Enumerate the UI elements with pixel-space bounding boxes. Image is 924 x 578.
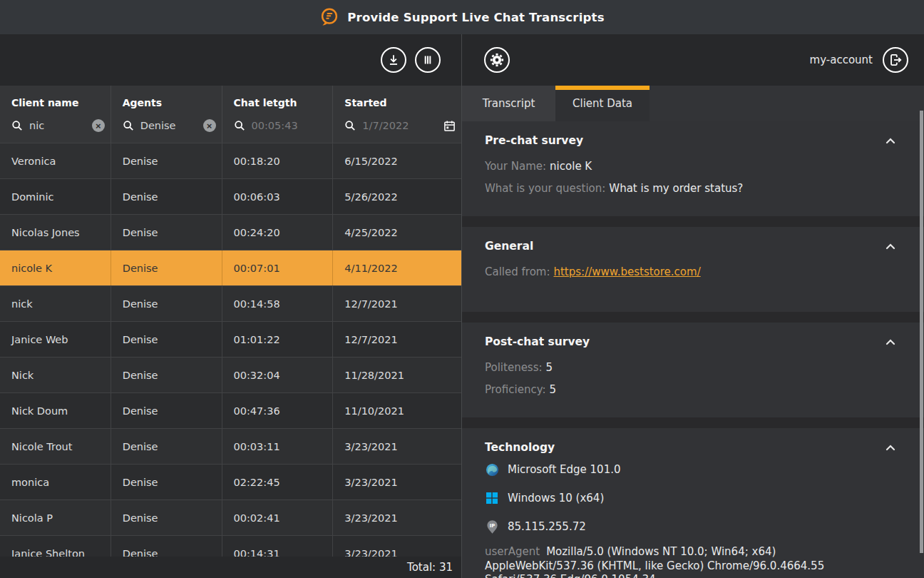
table-footer: Total: 31 (0, 557, 461, 578)
collapse-section-button[interactable] (884, 240, 897, 253)
section-title: Pre-chat survey (485, 134, 583, 147)
clear-filter-button[interactable]: × (92, 119, 105, 132)
settings-button[interactable] (484, 47, 510, 73)
cell-length: 00:07:01 (222, 250, 333, 285)
tech-value: Windows 10 (x64) (508, 492, 604, 505)
table-row[interactable]: monicaDenise02:22:453/23/2021 (0, 464, 461, 500)
table-header: Client name × Agents × (0, 86, 461, 143)
logout-button[interactable] (883, 47, 908, 73)
cell-started: 11/10/2021 (332, 393, 461, 428)
chat-length-filter (234, 117, 327, 134)
cell-agent: Denise (111, 429, 222, 464)
field-row: Proficiency:5 (485, 379, 897, 401)
called-from-link[interactable]: https://www.beststore.com/ (553, 265, 700, 278)
cell-agent: Denise (111, 143, 222, 178)
field-label: Proficiency: (485, 383, 545, 396)
right-toolbar: my-account (462, 34, 924, 86)
page-title: Provide Support Live Chat Transcripts (347, 11, 604, 24)
cell-client: Nicolas Jones (0, 215, 111, 250)
agents-filter-input[interactable] (140, 120, 197, 131)
section-header: Technology (485, 440, 897, 455)
started-filter-input[interactable] (362, 120, 437, 131)
field-row: Politeness:5 (485, 357, 897, 379)
chat-length-filter-input[interactable] (252, 120, 327, 131)
field-value: 5 (546, 361, 553, 374)
tech-item: IP85.115.255.72 (485, 512, 897, 541)
calendar-icon (443, 120, 456, 132)
column-header-agents[interactable]: Agents (123, 97, 222, 108)
section-general: GeneralCalled from:https://www.beststore… (462, 227, 924, 312)
cell-length: 00:18:20 (222, 143, 333, 178)
collapse-section-button[interactable] (884, 134, 897, 148)
field-label: What is your question: (485, 182, 605, 195)
app-titlebar: Provide Support Live Chat Transcripts (0, 0, 924, 34)
main-area: Client name × Agents × (0, 34, 924, 578)
cell-agent: Denise (111, 393, 222, 428)
column-header-client-name[interactable]: Client name (11, 97, 111, 108)
tech-value: Microsoft Edge 101.0 (508, 463, 621, 476)
cell-length: 00:47:36 (222, 393, 333, 428)
table-row[interactable]: nicole KDenise00:07:014/11/2022 (0, 250, 461, 285)
section-header: General (485, 238, 897, 254)
table-row[interactable]: Nicola PDenise00:02:413/23/2021 (0, 500, 461, 535)
cell-client: nicole K (0, 250, 111, 285)
chevron-up-icon (885, 136, 895, 146)
table-row[interactable]: Janice WebDenise01:01:2212/7/2021 (0, 321, 461, 357)
download-button[interactable] (381, 47, 406, 73)
section-title: General (485, 240, 533, 253)
table-row[interactable]: Nicolas JonesDenise00:24:204/25/2022 (0, 214, 461, 250)
collapse-section-button[interactable] (884, 441, 897, 455)
cell-length: 00:14:58 (222, 286, 333, 321)
cell-client: Nicole Trout (0, 429, 111, 464)
tech-value: 85.115.255.72 (508, 520, 586, 533)
useragent-label: userAgent (485, 545, 540, 558)
agents-filter: × (123, 117, 216, 134)
gear-icon (488, 51, 505, 69)
table-row[interactable]: Nicole TroutDenise00:03:113/23/2021 (0, 428, 461, 464)
field-row: Called from:https://www.beststore.com/ (485, 261, 897, 283)
column-header-started[interactable]: Started (344, 97, 461, 108)
table-row[interactable]: VeronicaDenise00:18:206/15/2022 (0, 143, 461, 178)
cell-agent: Denise (111, 286, 222, 321)
cell-started: 4/25/2022 (332, 215, 461, 250)
table-row[interactable]: Nick DoumDenise00:47:3611/10/2021 (0, 392, 461, 428)
provide-support-logo-icon (319, 7, 339, 27)
search-icon (234, 120, 245, 131)
cell-client: Nick (0, 358, 111, 392)
search-icon (123, 120, 134, 131)
cell-started: 6/15/2022 (332, 143, 461, 178)
cell-length: 00:03:11 (222, 429, 333, 464)
table-row[interactable]: nickDenise00:14:5812/7/2021 (0, 285, 461, 321)
chevron-up-icon (885, 442, 895, 453)
table-row[interactable]: NickDenise00:32:0411/28/2021 (0, 357, 461, 392)
client-name-filter: × (11, 117, 105, 134)
column-started: Started (332, 86, 461, 143)
cell-agent: Denise (111, 358, 222, 392)
section-post-chat-survey: Post-chat surveyPoliteness:5Proficiency:… (462, 323, 924, 417)
tech-item: Windows 10 (x64) (485, 484, 897, 512)
tab-transcript[interactable]: Transcript (462, 86, 555, 121)
edge-icon (485, 463, 499, 477)
section-title: Technology (485, 441, 555, 454)
column-chat-length: Chat letgth (222, 86, 333, 143)
cell-client: Janice Web (0, 322, 111, 357)
column-client-name: Client name × (0, 86, 111, 143)
table-row[interactable]: Janice SheltonDenise00:14:313/23/2021 (0, 535, 461, 557)
columns-button[interactable] (415, 47, 441, 73)
collapse-section-button[interactable] (884, 335, 897, 349)
field-label: Your Name: (485, 160, 546, 173)
table-row[interactable]: DominicDenise00:06:035/26/2022 (0, 178, 461, 214)
vertical-scrollbar[interactable] (920, 111, 923, 553)
field-row: Your Name:nicole K (485, 156, 897, 178)
field-value: 5 (549, 383, 556, 396)
column-header-chat-length[interactable]: Chat letgth (234, 97, 333, 108)
field-label: Called from: (485, 265, 550, 278)
download-icon (386, 52, 401, 68)
client-name-filter-input[interactable] (29, 120, 86, 131)
tab-client-data[interactable]: Client Data (555, 86, 650, 121)
cell-started: 3/23/2021 (332, 536, 461, 557)
clear-filter-button[interactable]: × (203, 119, 216, 132)
date-picker-button[interactable] (443, 120, 456, 132)
cell-started: 4/11/2022 (332, 250, 461, 285)
cell-client: Janice Shelton (0, 536, 111, 557)
